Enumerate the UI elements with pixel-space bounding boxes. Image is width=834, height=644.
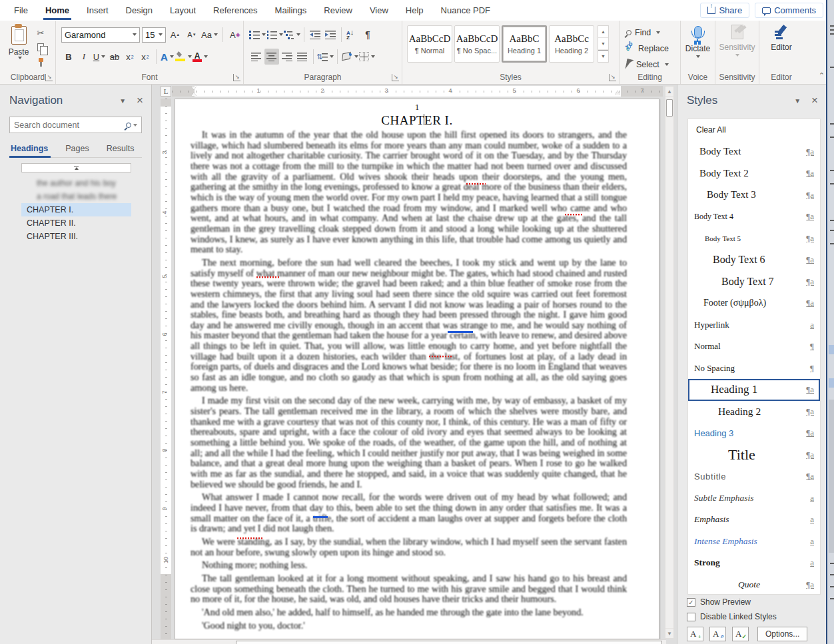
vertical-ruler[interactable]: 345678910 (161, 99, 171, 644)
style-list-item[interactable]: Body Text 2 ¶a (688, 162, 820, 184)
multilevel-list-button[interactable] (284, 27, 300, 43)
font-size-select[interactable]: 15 (142, 27, 166, 43)
vertical-scrollbar-thumb[interactable] (666, 99, 673, 117)
menu-tab[interactable]: Help (397, 0, 432, 21)
menu-tab[interactable]: Review (315, 0, 361, 21)
paste-dropdown-caret[interactable] (18, 57, 22, 59)
subscript-button[interactable]: x2 (123, 49, 137, 65)
line-spacing-button[interactable] (317, 49, 334, 65)
menu-tab[interactable]: Home (37, 0, 78, 21)
align-right-button[interactable] (280, 49, 294, 65)
styles-pane-menu-caret[interactable]: ▼ (794, 97, 801, 105)
highlight-button[interactable] (175, 49, 192, 65)
paragraph-dialog-launcher[interactable] (392, 74, 399, 81)
menu-tab[interactable]: View (361, 0, 397, 21)
show-formatting-marks-button[interactable]: ¶ (360, 27, 375, 43)
style-list-item[interactable]: Body Text 3 ¶a (688, 184, 820, 206)
menu-tab[interactable]: Nuance PDF (432, 0, 499, 21)
strikethrough-button[interactable]: ab (107, 49, 122, 65)
font-family-select[interactable]: Garamond (61, 27, 140, 43)
menu-tab[interactable]: Design (117, 0, 161, 21)
style-list-item[interactable]: Strong a (688, 552, 820, 574)
share-button[interactable]: Share (700, 3, 749, 18)
style-list-item[interactable]: Body Text 7 ¶a (688, 271, 820, 293)
clear-formatting-button[interactable]: A◈ (228, 27, 242, 43)
show-preview-checkbox-row[interactable]: ✓ Show Preview (687, 597, 817, 607)
decrease-indent-button[interactable] (308, 27, 322, 43)
style-list-item[interactable]: Quote ¶a (688, 574, 820, 595)
navigation-tab[interactable]: Headings (9, 141, 53, 157)
horizontal-ruler[interactable]: 1234567 (172, 86, 663, 97)
search-input[interactable] (14, 121, 126, 130)
navigation-tab[interactable]: Pages (64, 141, 94, 157)
menu-tab[interactable]: Layout (161, 0, 205, 21)
menu-tab[interactable]: Insert (78, 0, 117, 21)
dictate-button[interactable]: Dictate (681, 25, 715, 58)
scroll-down-arrow[interactable]: ▼ (665, 628, 673, 638)
disable-linked-styles-checkbox[interactable] (687, 613, 695, 621)
align-center-button[interactable] (264, 49, 279, 65)
format-painter-button[interactable] (35, 57, 47, 67)
sensitivity-button[interactable]: Sensitivity (715, 25, 759, 57)
gallery-row-down-button[interactable]: ▼ (598, 38, 608, 50)
comments-button[interactable]: Comments (755, 3, 823, 18)
style-list-item[interactable]: Heading 3 ¶a (688, 422, 820, 444)
shading-button[interactable] (341, 49, 358, 65)
sort-button[interactable]: A↓Z (345, 27, 360, 43)
style-card[interactable]: AaBbCcD ¶ Normal (407, 25, 452, 63)
tab-stop-selector[interactable]: L (161, 86, 171, 97)
select-button[interactable]: Select (626, 58, 669, 71)
navigation-heading-item[interactable]: CHAPTER II. (0, 216, 151, 230)
navigation-heading-item[interactable]: CHAPTER III. (0, 230, 151, 243)
search-options-caret[interactable] (133, 124, 137, 127)
styles-options-button[interactable]: Options... (757, 627, 807, 641)
style-list-item[interactable]: Subtitle ¶a (688, 466, 820, 487)
gallery-row-up-button[interactable]: ▲ (598, 26, 608, 38)
underline-button[interactable]: U (92, 49, 107, 65)
style-list-item[interactable]: No Spacing ¶ (688, 358, 820, 380)
cut-button[interactable]: ✂ (35, 27, 47, 38)
search-icon[interactable] (126, 123, 131, 128)
style-card[interactable]: AaBbCcD ¶ No Spac... (454, 25, 500, 63)
superscript-button[interactable]: x2 (138, 49, 153, 65)
jump-to-top-box[interactable] (21, 163, 131, 172)
document-vertical-scrollbar[interactable]: ▲ ▼ (665, 86, 674, 639)
right-indent-marker[interactable] (615, 87, 621, 95)
align-left-button[interactable] (249, 49, 264, 65)
italic-button[interactable]: I (77, 49, 91, 65)
menu-tab[interactable]: Mailings (266, 0, 316, 21)
borders-button[interactable] (359, 49, 375, 65)
collapse-ribbon-button[interactable]: ⌃ (819, 71, 825, 80)
style-card[interactable]: AaBbCc Heading 2 (549, 25, 594, 63)
editor-button[interactable]: Editor (759, 25, 803, 52)
change-case-button[interactable]: Aa (201, 27, 218, 43)
dictate-caret[interactable] (696, 55, 700, 58)
font-dialog-launcher[interactable] (233, 74, 240, 81)
navigation-heading-item[interactable]: a road that leads there (0, 190, 151, 203)
navigation-pane-menu-caret[interactable]: ▼ (119, 97, 126, 105)
gallery-more-button[interactable]: ▼ (598, 50, 608, 62)
document-horizontal-scrollbar[interactable] (152, 639, 666, 644)
style-list-item[interactable]: Hyperlink a (688, 314, 820, 336)
text-effects-button[interactable]: A (160, 49, 175, 65)
style-list-item[interactable]: Title ¶a (688, 444, 820, 466)
find-button[interactable]: Find (626, 26, 669, 39)
disable-linked-styles-checkbox-row[interactable]: Disable Linked Styles (687, 612, 817, 621)
horizontal-scrollbar-thumb[interactable] (236, 641, 662, 644)
style-list-item[interactable]: Emphasis a (688, 509, 820, 531)
increase-indent-button[interactable] (323, 27, 338, 43)
navigation-tab[interactable]: Results (105, 141, 140, 157)
style-list-item[interactable]: Body Text 6 ¶a (688, 249, 820, 271)
style-list-item[interactable]: Heading 1 ¶a (688, 379, 820, 401)
document-page[interactable]: 1 CHAPTER I. It was in the autumn of the… (175, 99, 659, 639)
new-style-button[interactable]: A+ (687, 627, 703, 641)
navigation-heading-item[interactable]: CHAPTER I. (21, 203, 131, 216)
style-list-item[interactable]: Body Text 4 ¶a (688, 206, 820, 228)
numbering-button[interactable] (266, 27, 283, 43)
navigation-pane-close-button[interactable]: × (137, 96, 143, 105)
menu-tab[interactable]: References (205, 0, 266, 21)
style-list-item[interactable]: Heading 2 ¶a (688, 401, 820, 423)
show-preview-checkbox[interactable]: ✓ (687, 598, 695, 607)
replace-button[interactable]: cReplace (626, 42, 669, 55)
bullets-button[interactable] (249, 27, 266, 43)
